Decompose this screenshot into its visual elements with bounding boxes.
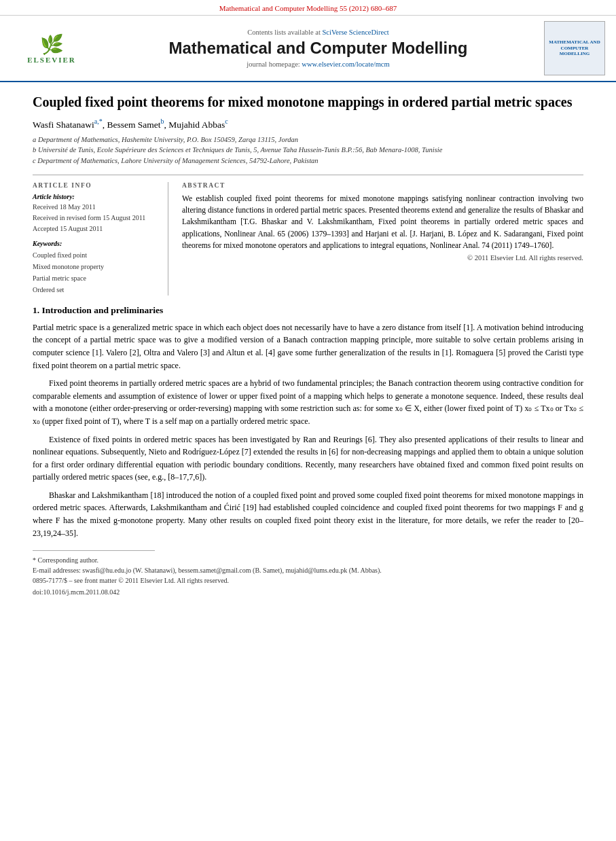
paper-title: Coupled fixed point theorems for mixed m…	[33, 93, 583, 111]
section-1-heading: 1. Introduction and preliminaries	[33, 305, 583, 316]
author-b-name: Bessem Samet	[107, 120, 160, 130]
received-revised-date: Received in revised form 15 August 2011	[33, 213, 158, 223]
article-dates: Received 18 May 2011 Received in revised…	[33, 202, 158, 234]
issn-rights-line: 0895-7177/$ – see front matter © 2011 El…	[33, 575, 583, 586]
author-c-sup: c	[225, 118, 228, 125]
journal-center: Contents lists available at SciVerse Sci…	[101, 29, 536, 68]
keyword-2: Mixed monotone property	[33, 261, 158, 272]
homepage-url[interactable]: www.elsevier.com/locate/mcm	[302, 60, 389, 68]
author-a-sup: a,*	[94, 118, 103, 125]
journal-homepage-line: journal homepage: www.elsevier.com/locat…	[101, 60, 536, 68]
abstract-body: We establish coupled fixed point theorem…	[182, 193, 583, 251]
footnotes-area: * Corresponding author. E-mail addresses…	[33, 555, 583, 597]
email-addresses-line: E-mail addresses: swasfi@hu.edu.jo (W. S…	[33, 565, 583, 575]
affiliation-b: b Université de Tunis, Ecole Supérieure …	[33, 145, 583, 156]
abstract-heading: ABSTRACT	[182, 182, 583, 189]
copyright-line: © 2011 Elsevier Ltd. All rights reserved…	[182, 254, 583, 262]
sciverse-link[interactable]: SciVerse ScienceDirect	[322, 29, 388, 36]
journal-header: 🌿 ELSEVIER Contents lists available at S…	[0, 16, 616, 82]
author-c-name: Mujahid Abbas	[168, 120, 225, 130]
affiliation-a: a Department of Mathematics, Hashemite U…	[33, 135, 583, 145]
elsevier-logo-area: 🌿 ELSEVIER	[11, 33, 92, 64]
received-date: Received 18 May 2011	[33, 202, 158, 213]
thumb-title-text: MATHEMATICAL AND COMPUTER MODELLING	[547, 39, 602, 56]
abstract-panel: ABSTRACT We establish coupled fixed poin…	[182, 182, 583, 296]
journal-title: Mathematical and Computer Modelling	[101, 39, 536, 58]
journal-citation-text: Mathematical and Computer Modelling 55 (…	[219, 4, 397, 12]
elsevier-brand-text: ELSEVIER	[27, 56, 76, 64]
article-info-abstract-section: ARTICLE INFO Article history: Received 1…	[33, 175, 583, 296]
main-content: Coupled fixed point theorems for mixed m…	[0, 82, 616, 613]
doi-line: doi:10.1016/j.mcm.2011.08.042	[33, 587, 583, 597]
footnote-divider	[33, 550, 155, 551]
keywords-list: Coupled fixed point Mixed monotone prope…	[33, 249, 158, 296]
keyword-4: Ordered set	[33, 284, 158, 296]
journal-cover-thumb: MATHEMATICAL AND COMPUTER MODELLING	[544, 21, 605, 75]
corresponding-author-note: * Corresponding author.	[33, 555, 583, 565]
accepted-date: Accepted 15 August 2011	[33, 223, 158, 234]
body-paragraph-1: Partial metric space is a generalized me…	[33, 321, 583, 372]
elsevier-tree-icon: 🌿	[40, 35, 64, 54]
elsevier-logo: 🌿 ELSEVIER	[11, 35, 92, 64]
keyword-1: Coupled fixed point	[33, 249, 158, 261]
authors-line: Wasfi Shatanawia,*, Bessem Sametb, Mujah…	[33, 118, 583, 130]
affiliations: a Department of Mathematics, Hashemite U…	[33, 135, 583, 166]
journal-thumbnail: MATHEMATICAL AND COMPUTER MODELLING	[544, 21, 605, 75]
contents-available-line: Contents lists available at SciVerse Sci…	[101, 29, 536, 36]
article-info-heading: ARTICLE INFO	[33, 182, 158, 189]
history-label: Article history:	[33, 193, 158, 200]
keyword-3: Partial metric space	[33, 272, 158, 284]
article-info-panel: ARTICLE INFO Article history: Received 1…	[33, 182, 168, 296]
author-a-name: Wasfi Shatanawi	[33, 120, 94, 130]
keywords-label: Keywords:	[33, 240, 158, 247]
body-paragraph-4: Bhaskar and Lakshmikantham [18] introduc…	[33, 489, 583, 539]
affiliation-c: c Department of Mathematics, Lahore Univ…	[33, 156, 583, 166]
body-paragraph-2: Fixed point theorems in partially ordere…	[33, 377, 583, 427]
journal-citation-bar: Mathematical and Computer Modelling 55 (…	[0, 0, 616, 16]
body-paragraph-3: Existence of fixed points in ordered met…	[33, 433, 583, 484]
